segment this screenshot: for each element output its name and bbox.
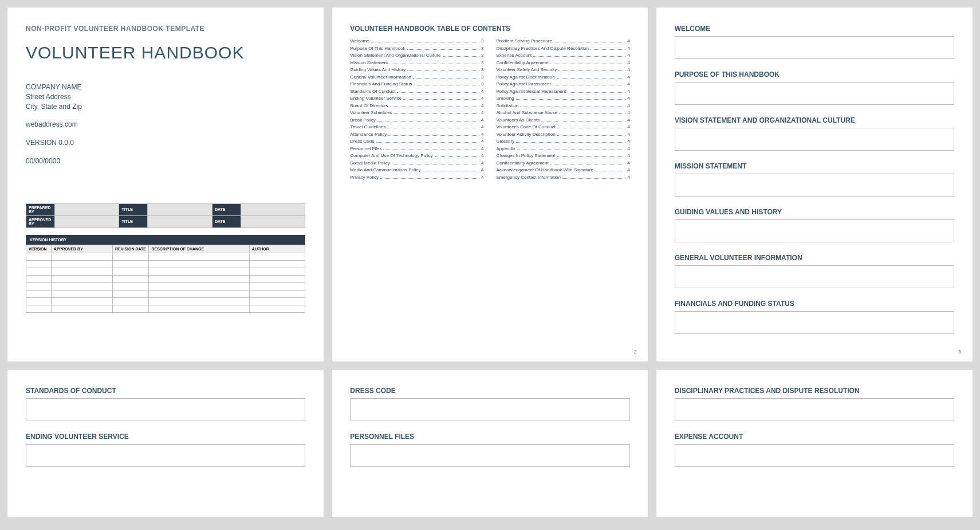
toc-page: 3	[481, 38, 483, 44]
toc-entry[interactable]: Travel Guidelines4	[350, 124, 483, 129]
table-row[interactable]	[26, 282, 305, 290]
section-content-box[interactable]	[675, 398, 954, 421]
toc-entry[interactable]: Volunteer Activity Description4	[497, 132, 630, 137]
section-content-box[interactable]	[675, 219, 954, 242]
section-content-box[interactable]	[675, 265, 954, 288]
toc-entry[interactable]: Emergency Contact Information4	[497, 175, 630, 180]
toc-page: 4	[627, 167, 629, 172]
toc-entry[interactable]: Social Media Policy4	[350, 160, 483, 166]
toc-entry[interactable]: Personnel Files4	[350, 146, 483, 151]
toc-entry[interactable]: Policy Against Discrimination4	[497, 74, 630, 80]
toc-entry[interactable]: Acknowledgement Of Handbook With Signatu…	[497, 167, 630, 172]
date-field-1[interactable]	[241, 203, 305, 215]
title-field-2[interactable]	[148, 215, 212, 227]
toc-dots	[591, 49, 625, 50]
toc-entry[interactable]: Vision Statement And Organizational Cult…	[350, 53, 483, 58]
section-content-box[interactable]	[350, 398, 629, 421]
table-row[interactable]	[26, 268, 305, 275]
toc-entry[interactable]: Volunteers As Clients4	[497, 117, 630, 123]
section-content-box[interactable]	[675, 82, 954, 105]
toc-page: 4	[481, 139, 483, 144]
signoff-table: PREPARED BY TITLE DATE APPROVED BY TITLE…	[26, 203, 305, 228]
section-content-box[interactable]	[675, 128, 954, 151]
toc-entry[interactable]: Changes In Policy Statement4	[497, 153, 630, 158]
toc-entry[interactable]: Volunteer's Code Of Conduct4	[497, 124, 630, 129]
toc-entry[interactable]: Break Policy4	[350, 117, 483, 123]
approved-by-label: APPROVED BY	[26, 215, 55, 227]
toc-entry[interactable]: Attendance Policy4	[350, 132, 483, 137]
toc-entry[interactable]: Disciplinary Practices And Dispute Resol…	[497, 46, 630, 51]
toc-entry[interactable]: Purpose Of This Handbook3	[350, 46, 483, 51]
toc-dots	[557, 128, 625, 128]
section-content-box[interactable]	[675, 36, 954, 59]
toc-entry[interactable]: Smoking4	[497, 96, 630, 101]
section-content-box[interactable]	[26, 398, 305, 421]
toc-dots	[562, 178, 625, 179]
toc-entry[interactable]: Expense Account4	[497, 53, 630, 58]
approved-by-field[interactable]	[55, 215, 119, 227]
toc-entry[interactable]: Problem Solving Procedure4	[497, 38, 630, 44]
table-row[interactable]	[26, 297, 305, 305]
toc-text: Appendix	[497, 146, 515, 151]
toc-entry[interactable]: Alcohol And Substance Abuse4	[497, 110, 630, 115]
toc-entry[interactable]: Solicitation4	[497, 103, 630, 108]
toc-entry[interactable]: Confidentiality Agreement4	[497, 60, 630, 65]
table-row[interactable]	[26, 253, 305, 260]
toc-entry[interactable]: Computer And Use Of Technology Policy4	[350, 153, 483, 158]
toc-text: Volunteer Schedules	[350, 110, 392, 115]
vh-col-version: VERSION	[26, 245, 52, 253]
section-content-box[interactable]	[350, 444, 629, 467]
title-field-1[interactable]	[148, 203, 212, 215]
toc-entry[interactable]: Confidentiality Agreement4	[497, 160, 630, 166]
toc-text: Expense Account	[497, 53, 532, 58]
toc-entry[interactable]: Appendix4	[497, 146, 630, 151]
toc-entry[interactable]: Financials And Funding Status3	[350, 81, 483, 87]
toc-text: Policy Against Sexual Harassment	[497, 89, 566, 94]
toc-dots	[558, 70, 625, 71]
toc-page: 4	[481, 89, 483, 94]
toc-text: Acknowledgement Of Handbook With Signatu…	[497, 167, 593, 172]
city-state-zip: City, State and Zip	[26, 102, 305, 112]
toc-entry[interactable]: Guiding Values And History3	[350, 67, 483, 72]
section-content-box[interactable]	[675, 444, 954, 467]
toc-entry[interactable]: Board Of Directors4	[350, 103, 483, 108]
toc-page: 4	[481, 175, 483, 180]
toc-entry[interactable]: Mission Statement3	[350, 60, 483, 65]
toc-dots	[557, 135, 626, 136]
table-row[interactable]	[26, 260, 305, 268]
toc-entry[interactable]: Policy Against Harassment4	[497, 81, 630, 87]
page-3: WELCOMEPURPOSE OF THIS HANDBOOKVISION ST…	[656, 7, 973, 362]
table-row[interactable]	[26, 305, 305, 312]
toc-entry[interactable]: Volunteer Safety And Security4	[497, 67, 630, 72]
section-content-box[interactable]	[675, 174, 954, 197]
toc-page: 4	[627, 146, 629, 151]
toc-text: Confidentiality Agreement	[497, 160, 549, 166]
table-row[interactable]	[26, 290, 305, 297]
date-text: 00/00/0000	[26, 156, 305, 166]
toc-dots	[559, 113, 625, 114]
toc-text: Vision Statement And Organizational Cult…	[350, 53, 440, 58]
prepared-by-field[interactable]	[55, 203, 119, 215]
section-content-box[interactable]	[675, 311, 954, 334]
version-text: VERSION 0.0.0	[26, 138, 305, 148]
toc-dots	[407, 70, 479, 71]
toc-entry[interactable]: Glossary4	[497, 139, 630, 144]
toc-dots	[423, 171, 480, 171]
section-heading: ENDING VOLUNTEER SERVICE	[26, 433, 305, 441]
toc-entry[interactable]: Welcome3	[350, 38, 483, 44]
toc-entry[interactable]: Dress Code4	[350, 139, 483, 144]
toc-text: Welcome	[350, 38, 369, 44]
toc-entry[interactable]: Ending Volunteer Service4	[350, 96, 483, 101]
toc-entry[interactable]: Volunteer Schedules4	[350, 110, 483, 115]
toc-entry[interactable]: Policy Against Sexual Harassment4	[497, 89, 630, 94]
date-field-2[interactable]	[241, 215, 305, 227]
toc-entry[interactable]: Media And Communications Policy4	[350, 167, 483, 172]
section-content-box[interactable]	[26, 444, 305, 467]
toc-entry[interactable]: General Volunteer Information3	[350, 74, 483, 80]
toc-dots	[414, 85, 479, 85]
toc-entry[interactable]: Standards Of Conduct4	[350, 89, 483, 94]
company-block: COMPANY NAME Street Address City, State …	[26, 83, 305, 111]
section-heading: PURPOSE OF THIS HANDBOOK	[675, 70, 954, 78]
table-row[interactable]	[26, 275, 305, 282]
toc-entry[interactable]: Privacy Policy4	[350, 175, 483, 180]
